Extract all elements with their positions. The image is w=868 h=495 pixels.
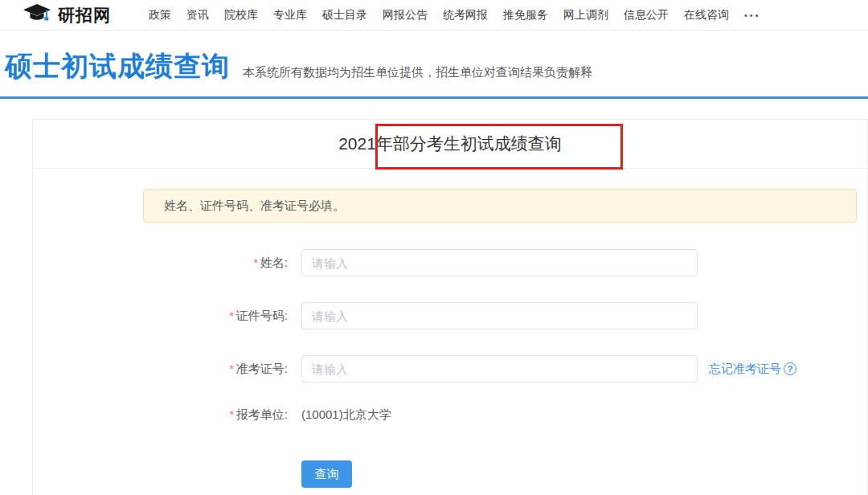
nav-item-policy[interactable]: 政策 [149,8,171,22]
nav-menu: 政策 资讯 院校库 专业库 硕士目录 网报公告 统考网报 推免服务 网上调剂 信… [149,8,729,22]
nav-item-online-adjustment[interactable]: 网上调剂 [563,8,608,22]
query-card: 2021年部分考生初试成绩查询 姓名、证件号码、准考证号必填。 *姓名: *证件… [32,119,868,495]
id-number-input[interactable] [301,302,698,329]
nav-item-unified-exam-report[interactable]: 统考网报 [443,8,488,22]
institution-value: (10001)北京大学 [301,407,391,423]
form-row-name: *姓名: [33,249,867,276]
required-marker: * [229,362,233,375]
page-title: 硕士初试成绩查询 [5,51,230,81]
name-input[interactable] [301,249,698,276]
form-row-institution: *报考单位: (10001)北京大学 [33,407,867,423]
form-row-submit: 查询 [33,460,867,488]
exam-ticket-label: *准考证号: [33,362,288,377]
graduation-cap-icon [22,2,52,27]
id-number-label: *证件号码: [33,309,288,324]
top-nav: 研招网 政策 资讯 院校库 专业库 硕士目录 网报公告 统考网报 推免服务 网上… [0,0,868,31]
nav-item-info-disclosure[interactable]: 信息公开 [624,8,669,22]
nav-item-major-db[interactable]: 专业库 [273,8,307,22]
header-divider [0,96,868,99]
nav-item-master-catalog[interactable]: 硕士目录 [322,8,367,22]
nav-more-dots-icon[interactable]: ••• [744,10,761,20]
page-subtitle: 本系统所有数据均为招生单位提供，招生单位对查询结果负责解释 [243,65,592,80]
help-question-icon[interactable]: ? [784,362,796,375]
required-fields-notice: 姓名、证件号码、准考证号必填。 [143,189,857,223]
nav-item-online-consult[interactable]: 在线咨询 [684,8,729,22]
site-logo[interactable]: 研招网 [22,2,111,27]
nav-item-school-db[interactable]: 院校库 [224,8,258,22]
required-marker: * [229,408,233,421]
card-title: 2021年部分考生初试成绩查询 [33,120,867,169]
required-marker: * [253,256,257,269]
nav-item-news[interactable]: 资讯 [186,8,209,22]
query-button[interactable]: 查询 [301,460,352,488]
exam-ticket-input[interactable] [301,355,698,382]
nav-item-online-report-notice[interactable]: 网报公告 [383,8,428,22]
name-label: *姓名: [33,256,288,271]
forgot-ticket-link[interactable]: 忘记准考证号? [709,362,796,377]
logo-text: 研招网 [58,4,111,27]
institution-label: *报考单位: [33,407,288,423]
form-row-id-number: *证件号码: [33,302,867,329]
required-marker: * [229,309,233,322]
page-header: 硕士初试成绩查询 本系统所有数据均为招生单位提供，招生单位对查询结果负责解释 [0,31,868,96]
nav-item-exempt-service[interactable]: 推免服务 [503,8,548,22]
form-row-exam-ticket: *准考证号: 忘记准考证号? [33,355,867,382]
